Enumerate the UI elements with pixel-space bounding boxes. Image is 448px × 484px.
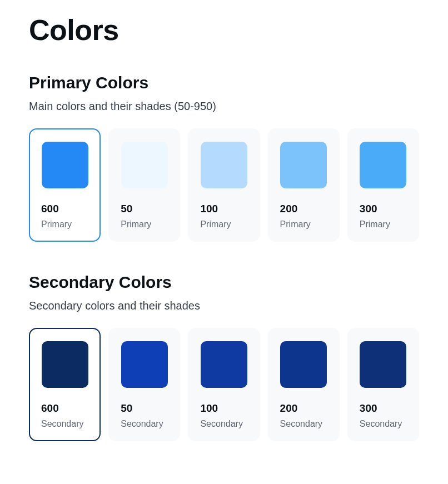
- color-chip: [121, 142, 168, 188]
- primary-heading: Primary Colors: [29, 73, 419, 92]
- secondary-swatch-row: 600Secondary50Secondary100Secondary200Se…: [29, 328, 419, 441]
- color-chip: [201, 341, 247, 388]
- shade-label: 300: [360, 203, 407, 215]
- palette-label: Primary: [280, 219, 327, 229]
- shade-label: 600: [41, 203, 88, 215]
- shade-label: 100: [200, 203, 247, 215]
- palette-label: Secondary: [280, 419, 327, 429]
- color-swatch-card[interactable]: 50Secondary: [108, 328, 180, 441]
- palette-label: Secondary: [360, 419, 407, 429]
- palette-label: Secondary: [121, 419, 168, 429]
- color-swatch-card[interactable]: 50Primary: [108, 128, 180, 242]
- secondary-description: Secondary colors and their shades: [29, 300, 419, 312]
- primary-description: Main colors and their shades (50-950): [29, 100, 419, 113]
- palette-label: Secondary: [200, 419, 247, 429]
- primary-colors-section: Primary Colors Main colors and their sha…: [29, 73, 419, 242]
- shade-label: 50: [121, 402, 168, 415]
- shade-label: 600: [41, 402, 88, 415]
- color-chip: [360, 341, 406, 388]
- shade-label: 100: [200, 402, 247, 415]
- palette-label: Primary: [41, 219, 88, 229]
- palette-label: Primary: [200, 219, 247, 229]
- palette-label: Secondary: [41, 419, 88, 429]
- color-chip: [360, 142, 406, 188]
- color-swatch-card[interactable]: 300Secondary: [347, 328, 419, 441]
- color-swatch-card[interactable]: 100Secondary: [188, 328, 260, 441]
- color-swatch-card[interactable]: 200Primary: [268, 128, 340, 242]
- palette-label: Primary: [360, 219, 407, 229]
- shade-label: 300: [360, 402, 407, 415]
- color-chip: [280, 341, 327, 388]
- color-chip: [42, 142, 88, 188]
- shade-label: 50: [121, 203, 168, 215]
- shade-label: 200: [280, 203, 327, 215]
- color-swatch-card[interactable]: 300Primary: [347, 128, 419, 242]
- color-swatch-card[interactable]: 600Primary: [29, 128, 101, 242]
- color-chip: [201, 142, 247, 188]
- shade-label: 200: [280, 402, 327, 415]
- color-swatch-card[interactable]: 600Secondary: [29, 328, 101, 441]
- color-chip: [42, 341, 88, 388]
- color-chip: [121, 341, 168, 388]
- primary-swatch-row: 600Primary50Primary100Primary200Primary3…: [29, 128, 419, 242]
- color-chip: [280, 142, 327, 188]
- color-swatch-card[interactable]: 100Primary: [188, 128, 260, 242]
- palette-label: Primary: [121, 219, 168, 229]
- secondary-colors-section: Secondary Colors Secondary colors and th…: [29, 273, 419, 441]
- page-title: Colors: [29, 13, 419, 47]
- color-swatch-card[interactable]: 200Secondary: [268, 328, 340, 441]
- secondary-heading: Secondary Colors: [29, 273, 419, 292]
